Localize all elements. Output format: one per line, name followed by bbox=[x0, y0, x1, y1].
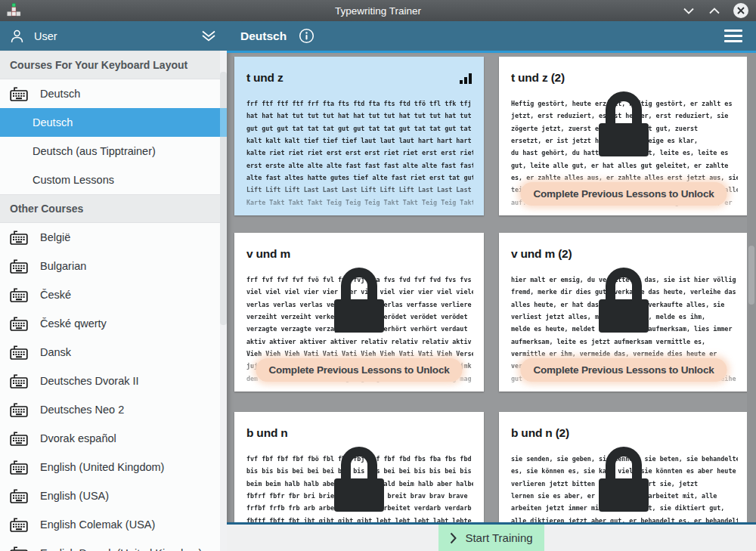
lesson-card-b-und-n-2[interactable]: b und n (2) sie senden, sie geben, sie k… bbox=[499, 412, 748, 522]
hamburger-menu-icon[interactable] bbox=[724, 29, 742, 42]
lesson-card-v-und-m[interactable]: v und m frf fvf fvf fvf fvö fvl fvk fvj … bbox=[234, 233, 484, 392]
keyboard-icon bbox=[10, 315, 28, 332]
user-label: User bbox=[34, 30, 57, 42]
start-training-button[interactable]: Start Training bbox=[438, 525, 544, 551]
lesson-scrollbar bbox=[747, 53, 756, 522]
unlock-notice-badge: Complete Previous Lessons to Unlock bbox=[520, 182, 727, 206]
chevron-up-icon bbox=[709, 8, 720, 14]
course-list: Courses For Your Keyboard Layout Deutsch… bbox=[0, 51, 227, 551]
sidebar-item-dvorak-espa-ol[interactable]: Dvorak español bbox=[0, 424, 227, 453]
minimize-button[interactable] bbox=[682, 4, 696, 17]
sidebar-item-label: English (United Kingdom) bbox=[40, 461, 164, 473]
sidebar-item-label: English (USA) bbox=[40, 490, 109, 502]
sidebar-item-esk-qwerty[interactable]: České qwerty bbox=[0, 309, 227, 338]
sidebar-item-deutsch[interactable]: Deutsch bbox=[0, 108, 227, 137]
double-chevron-down-icon bbox=[201, 30, 216, 42]
lesson-title: t und z (2) bbox=[499, 57, 748, 85]
sidebar-section-other-courses: Other Courses bbox=[0, 194, 227, 223]
sidebar-item-esk[interactable]: České bbox=[0, 280, 227, 309]
app-icon bbox=[6, 3, 21, 18]
lesson-grid: t und z frf ftf ftf ftf frf fta fts ftd … bbox=[227, 53, 756, 522]
sidebar-item-label: English Colemak (USA) bbox=[40, 518, 155, 531]
close-x-icon bbox=[737, 7, 745, 14]
lock-icon bbox=[599, 268, 649, 333]
sidebar-item-dansk[interactable]: Dansk bbox=[0, 338, 227, 367]
keyboard-icon bbox=[10, 229, 28, 246]
lesson-title: v und m bbox=[234, 233, 484, 261]
sidebar-item-deutsch[interactable]: Deutsch bbox=[0, 79, 227, 108]
lesson-card-t-und-z[interactable]: t und z frf ftf ftf ftf frf fta fts ftd … bbox=[234, 57, 484, 215]
lesson-title: t und z bbox=[234, 57, 484, 85]
sidebar-section-courses-for-your-keyboard-layout: Courses For Your Keyboard Layout bbox=[0, 51, 227, 79]
keyboard-icon bbox=[10, 373, 28, 389]
start-training-label: Start Training bbox=[465, 531, 532, 544]
close-button[interactable] bbox=[733, 3, 748, 18]
sidebar-item-label: Deutsch bbox=[33, 116, 73, 128]
keyboard-icon bbox=[10, 344, 28, 361]
sidebar-item-label: Other Courses bbox=[10, 203, 83, 215]
keyboard-icon bbox=[10, 258, 28, 274]
lesson-card-v-und-m-2[interactable]: v und m (2) hier malt er emsig, du vermi… bbox=[499, 233, 748, 392]
sidebar-item-english-colemak-usa[interactable]: English Colemak (USA) bbox=[0, 510, 227, 539]
lock-icon bbox=[334, 447, 384, 512]
sidebar-item-belgi[interactable]: België bbox=[0, 223, 227, 252]
user-selector[interactable]: User bbox=[0, 21, 227, 51]
course-header: Deutsch bbox=[227, 21, 756, 51]
sidebar-item-label: Bulgarian bbox=[40, 260, 86, 272]
chevron-down-icon bbox=[683, 8, 694, 14]
sidebar-item-deutsch-aus-tipptrainer[interactable]: Deutsch (aus Tipptrainer) bbox=[0, 137, 227, 166]
keyboard-icon bbox=[10, 85, 28, 102]
course-sidebar: User Courses For Your Keyboard Layout De… bbox=[0, 21, 227, 551]
keyboard-icon bbox=[10, 545, 28, 551]
lesson-card-b-und-n[interactable]: b und n fvf fbf fbf fbf fbö fbl fbk fbj … bbox=[234, 412, 484, 522]
sidebar-item-label: Custom Lessons bbox=[33, 174, 114, 186]
typewriting-trainer-window: Typewriting Trainer User bbox=[0, 0, 756, 551]
person-icon bbox=[11, 29, 23, 43]
sidebar-item-label: Deutsch bbox=[40, 88, 80, 100]
sidebar-item-deutsches-dvorak-ii[interactable]: Deutsches Dvorak II bbox=[0, 367, 227, 395]
lock-icon bbox=[334, 268, 384, 333]
keyboard-icon bbox=[10, 459, 28, 475]
bar-chart-icon bbox=[460, 73, 472, 84]
course-title: Deutsch bbox=[240, 29, 287, 43]
chevron-right-icon bbox=[450, 532, 457, 544]
keyboard-icon bbox=[10, 516, 28, 533]
sidebar-item-deutsches-neo-2[interactable]: Deutsches Neo 2 bbox=[0, 395, 227, 424]
lesson-title: b und n bbox=[234, 412, 484, 440]
sidebar-item-label: Dvorak español bbox=[40, 432, 116, 444]
lesson-scrollbar-handle[interactable] bbox=[748, 246, 754, 305]
sidebar-item-english-usa[interactable]: English (USA) bbox=[0, 481, 227, 510]
keyboard-icon bbox=[10, 488, 28, 504]
window-title: Typewriting Trainer bbox=[0, 5, 756, 17]
info-icon[interactable] bbox=[299, 28, 314, 44]
sidebar-item-label: Deutsch (aus Tipptrainer) bbox=[33, 145, 156, 157]
sidebar-item-label: België bbox=[40, 231, 70, 243]
maximize-button[interactable] bbox=[708, 4, 721, 17]
sidebar-item-english-dvorak-united-kingdom[interactable]: English Dvorak (United Kingdom) bbox=[0, 539, 227, 551]
sidebar-item-label: České qwerty bbox=[40, 317, 107, 330]
sidebar-item-bulgarian[interactable]: Bulgarian bbox=[0, 252, 227, 280]
sidebar-item-custom-lessons[interactable]: Custom Lessons bbox=[0, 166, 227, 194]
lesson-preview-text: frf ftf ftf ftf frf fta fts ftd fta fts … bbox=[246, 98, 473, 215]
keyboard-icon bbox=[10, 430, 28, 447]
lesson-title: v und m (2) bbox=[499, 233, 748, 261]
sidebar-item-label: Courses For Your Keyboard Layout bbox=[10, 59, 187, 71]
sidebar-item-label: Dansk bbox=[40, 346, 71, 358]
lesson-title: b und n (2) bbox=[499, 412, 748, 440]
sidebar-item-label: České bbox=[40, 289, 71, 301]
lock-icon bbox=[599, 447, 649, 512]
sidebar-item-label: English Dvorak (United Kingdom) bbox=[40, 547, 202, 551]
sidebar-item-label: Deutsches Neo 2 bbox=[40, 404, 124, 416]
lesson-card-t-und-z-2[interactable]: t und z (2) Heftig gestört, heute erziel… bbox=[499, 57, 748, 215]
main-panel: Deutsch t und z frf ftf ftf ftf frf fta … bbox=[227, 21, 756, 551]
unlock-notice-badge: Complete Previous Lessons to Unlock bbox=[520, 358, 727, 382]
unlock-notice-badge: Complete Previous Lessons to Unlock bbox=[256, 358, 462, 382]
keyboard-icon bbox=[10, 286, 28, 303]
sidebar-item-english-united-kingdom[interactable]: English (United Kingdom) bbox=[0, 453, 227, 481]
sidebar-item-label: Deutsches Dvorak II bbox=[40, 375, 139, 387]
titlebar[interactable]: Typewriting Trainer bbox=[0, 0, 756, 21]
footer-bar: Start Training bbox=[227, 522, 756, 551]
keyboard-icon bbox=[10, 401, 28, 418]
lock-icon bbox=[599, 91, 649, 156]
